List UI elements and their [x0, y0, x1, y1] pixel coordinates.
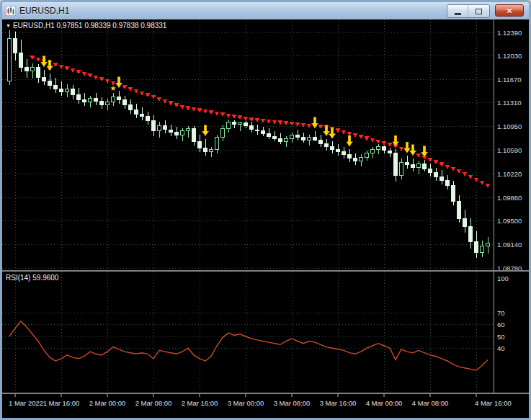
main-chart-pane[interactable]: 1.123901.120301.116701.113101.109501.105… [2, 19, 529, 270]
svg-text:1.10590: 1.10590 [497, 146, 522, 154]
svg-text:1.09140: 1.09140 [497, 241, 522, 249]
maximize-button[interactable] [468, 5, 489, 17]
svg-text:2 Mar 08:00: 2 Mar 08:00 [135, 399, 172, 407]
minimize-icon [455, 13, 461, 15]
svg-text:40: 40 [497, 344, 505, 352]
svg-text:2 Mar 16:00: 2 Mar 16:00 [182, 399, 218, 407]
svg-text:1.09500: 1.09500 [497, 217, 522, 225]
close-button[interactable]: × [495, 4, 524, 17]
minimize-button[interactable] [447, 5, 468, 17]
svg-text:1.11670: 1.11670 [497, 76, 522, 84]
window-title: EURUSD,H1 [19, 6, 69, 16]
svg-text:2 Mar 00:00: 2 Mar 00:00 [89, 399, 126, 407]
svg-text:1 Mar 2022: 1 Mar 2022 [9, 399, 43, 407]
svg-text:100: 100 [497, 274, 509, 282]
svg-text:1.10220: 1.10220 [497, 170, 522, 178]
svg-text:1.12030: 1.12030 [497, 52, 522, 60]
svg-text:1.11310: 1.11310 [497, 99, 522, 107]
chart-app-icon-image [6, 6, 16, 16]
chart-client-area: 1.123901.120301.116701.113101.109501.105… [2, 19, 529, 418]
svg-text:1.12390: 1.12390 [497, 29, 522, 37]
svg-text:70: 70 [497, 309, 505, 317]
main-chart-canvas[interactable]: 1.123901.120301.116701.113101.109501.105… [2, 19, 529, 270]
svg-text:★: ★ [110, 84, 117, 92]
svg-text:3 Mar 00:00: 3 Mar 00:00 [228, 399, 264, 407]
window-titlebar[interactable]: EURUSD,H1 × [2, 2, 529, 19]
maximize-icon [476, 9, 482, 14]
chart-app-icon [6, 6, 16, 16]
close-icon: × [507, 5, 512, 16]
svg-text:50: 50 [497, 333, 505, 341]
window-button-group [447, 4, 490, 18]
svg-text:4 Mar 16:00: 4 Mar 16:00 [475, 399, 512, 407]
svg-text:1.10950: 1.10950 [497, 122, 522, 130]
svg-text:3 Mar 16:00: 3 Mar 16:00 [320, 399, 357, 407]
mt4-chart-window: EURUSD,H1 × 1.123901.120301.116701.11310… [0, 0, 531, 420]
svg-text:4 Mar 08:00: 4 Mar 08:00 [412, 399, 449, 407]
window-controls: × [447, 4, 524, 18]
svg-text:3 Mar 08:00: 3 Mar 08:00 [274, 399, 311, 407]
svg-text:60: 60 [497, 321, 505, 329]
time-axis-canvas[interactable]: 1 Mar 20221 Mar 16:002 Mar 00:002 Mar 08… [2, 394, 529, 418]
svg-text:1.08780: 1.08780 [497, 264, 522, 271]
svg-text:4 Mar 00:00: 4 Mar 00:00 [366, 399, 403, 407]
rsi-pane[interactable]: 10070605040 RSI(14) 59.9600 [2, 272, 529, 393]
time-axis[interactable]: 1 Mar 20221 Mar 16:002 Mar 00:002 Mar 08… [2, 394, 529, 418]
svg-text:1 Mar 16:00: 1 Mar 16:00 [43, 399, 80, 407]
svg-text:1.09860: 1.09860 [497, 194, 522, 202]
rsi-canvas[interactable]: 10070605040 [2, 272, 529, 393]
